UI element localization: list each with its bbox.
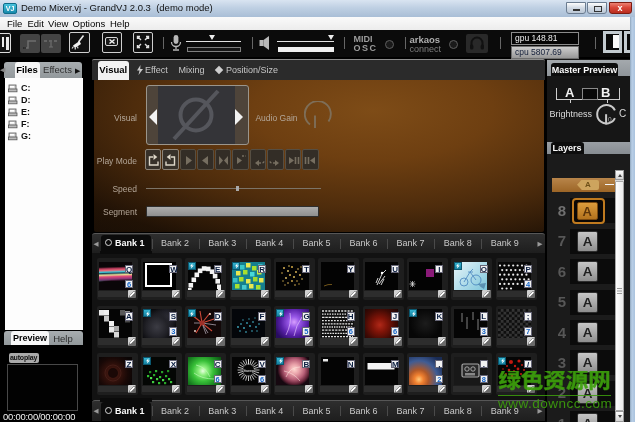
- svg-text:Sweep: Sweep: [243, 369, 254, 373]
